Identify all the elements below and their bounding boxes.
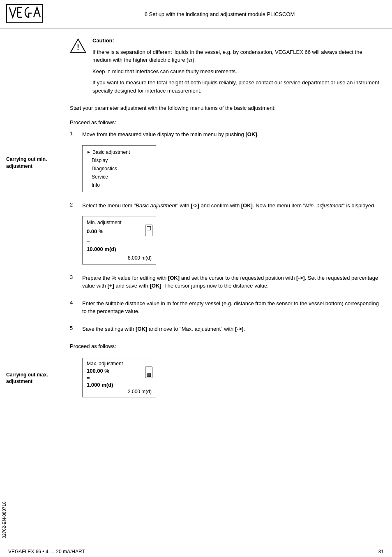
logo-area [6, 4, 55, 24]
menu-item-display: Display [87, 156, 152, 165]
menu-item-info: Info [87, 181, 152, 189]
page-header: 6 Set up with the indicating and adjustm… [0, 0, 392, 28]
menu-item-service: Service [87, 173, 152, 181]
proceed-text-1: Proceed as follows: [70, 118, 380, 127]
value-slider-inner-max [147, 373, 151, 377]
value-box-min-sub: 8.000 m(d) [87, 254, 152, 262]
caution-paragraph-2: Keep in mind that interfaces can cause f… [92, 67, 380, 76]
step-2: 2 Select the menu item "Basic adjustment… [70, 202, 380, 268]
step-3-text: Prepare the % value for editing with [OK… [82, 274, 380, 290]
rotated-doc-id: 32762-EN-080716 [2, 501, 7, 538]
rotated-text-wrapper: 32762-EN-080716 [0, 495, 8, 545]
menu-item-info-label: Info [92, 181, 100, 189]
step-3-num: 3 [70, 274, 78, 293]
header-title: 6 Set up with the indicating and adjustm… [55, 11, 384, 17]
step-1-text: Move from the measured value display to … [82, 130, 380, 139]
value-box-min: Min. adjustment 0.00 % = 10.000 m(d) 8.0… [82, 216, 156, 265]
step-3: 3 Prepare the % value for editing with [… [70, 274, 380, 293]
menu-box-main: ► Basic adjustment Display Diagnostics S… [82, 145, 156, 192]
sidebar-min-label: Carrying out min. adjustment [6, 156, 62, 170]
intro-text: Start your parameter adjustment with the… [70, 104, 380, 112]
menu-item-diagnostics-label: Diagnostics [92, 165, 117, 172]
caution-text: Caution: If there is a separation of dif… [92, 37, 380, 98]
caution-block: ! Caution: If there is a separation of d… [70, 37, 380, 98]
step-4-num: 4 [70, 299, 78, 319]
value-box-max: Max. adjustment 100.00 % = 1.000 m(d) 2.… [82, 358, 156, 397]
value-box-min-percent: 0.00 % [87, 227, 152, 236]
value-box-min-title: Min. adjustment [87, 219, 152, 226]
step-4-text: Enter the suitable distance value in m f… [82, 299, 380, 316]
step-2-num: 2 [70, 202, 78, 268]
page-footer: VEGAFLEX 66 • 4 … 20 mA/HART 31 [0, 546, 392, 557]
value-slider-icon-min [145, 225, 152, 236]
step-5-text: Save the settings with [OK] and move to … [82, 325, 380, 333]
menu-item-basic: ► Basic adjustment [87, 148, 152, 156]
caution-icon: ! [70, 37, 86, 54]
caution-paragraph-3: If you want to measure the total height … [92, 79, 380, 95]
value-box-max-equals: = [87, 375, 152, 381]
svg-text:!: ! [77, 43, 79, 51]
step-5-content: Save the settings with [OK] and move to … [82, 325, 380, 337]
step-1-content: Move from the measured value display to … [82, 130, 380, 195]
value-box-min-distance: 10.000 m(d) [87, 245, 152, 253]
step-2-content: Select the menu item "Basic adjustment" … [82, 202, 380, 268]
step-4: 4 Enter the suitable distance value in m… [70, 299, 380, 319]
proceed-text-2: Proceed as follows: [70, 342, 380, 350]
page-body: Carrying out min. adjustment Carrying ou… [0, 28, 392, 409]
menu-arrow-icon: ► [87, 149, 91, 155]
value-box-max-title: Max. adjustment [87, 361, 152, 367]
value-box-min-equals: = [87, 237, 152, 245]
step-3-content: Prepare the % value for editing with [OK… [82, 274, 380, 293]
main-content: ! Caution: If there is a separation of d… [66, 28, 392, 409]
sidebar-max-label: Carrying out max. adjustment [6, 371, 62, 385]
step-2-text: Select the menu item "Basic adjustment" … [82, 202, 380, 210]
left-sidebar: Carrying out min. adjustment Carrying ou… [0, 28, 66, 409]
footer-product-name: VEGAFLEX 66 • 4 … 20 mA/HART [8, 549, 85, 555]
step-4-content: Enter the suitable distance value in m f… [82, 299, 380, 319]
value-box-max-distance: 1.000 m(d) [87, 382, 152, 388]
value-slider-icon-max [145, 367, 152, 378]
menu-item-diagnostics: Diagnostics [87, 165, 152, 173]
menu-item-service-label: Service [92, 173, 108, 181]
footer-page-number: 31 [378, 549, 384, 555]
value-box-max-wrapper: Max. adjustment 100.00 % = 1.000 m(d) 2.… [82, 355, 380, 401]
menu-item-basic-label: Basic adjustment [92, 149, 130, 156]
step-5-num: 5 [70, 325, 78, 337]
value-box-max-sub: 2.000 m(d) [87, 389, 152, 395]
caution-title: Caution: [92, 37, 380, 45]
vega-logo [6, 4, 43, 23]
step-5: 5 Save the settings with [OK] and move t… [70, 325, 380, 337]
step-1-num: 1 [70, 130, 78, 195]
value-slider-inner-min [147, 226, 151, 230]
menu-item-display-label: Display [92, 157, 108, 164]
value-box-max-percent: 100.00 % [87, 368, 152, 374]
step-1: 1 Move from the measured value display t… [70, 130, 380, 195]
caution-paragraph-1: If there is a separation of different li… [92, 48, 380, 64]
